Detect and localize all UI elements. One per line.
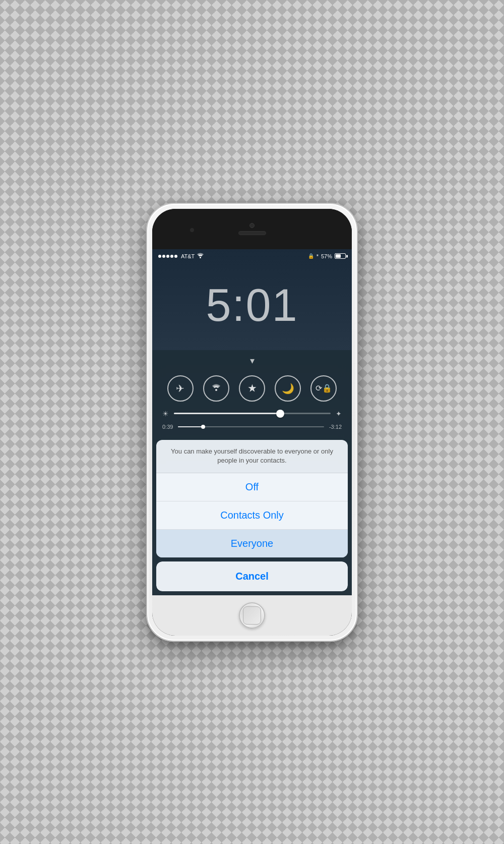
status-left: AT&T [158,253,204,260]
battery-icon [335,253,346,259]
top-bezel [152,209,352,249]
bluetooth-icon: ★ [248,383,256,394]
action-sheet-content: You can make yourself discoverable to ev… [156,440,348,557]
signal-dot-1 [158,255,161,258]
media-progress-thumb[interactable] [201,425,205,429]
phone-wrapper: AT&T 🔒 * 57% [131,170,373,674]
signal-dot-5 [174,255,177,258]
power-button[interactable] [357,302,358,335]
mute-button[interactable] [146,285,147,302]
cc-arrow-icon: ▾ [250,355,255,366]
wifi-icon [211,382,222,394]
cc-handle[interactable]: ▾ [152,350,352,371]
bluetooth-toggle-button[interactable]: ★ [239,375,265,402]
action-sheet-item-off[interactable]: Off [156,473,348,501]
control-center: ▾ ✈ [152,350,352,595]
media-progress-track[interactable] [178,426,324,427]
lock-time: 5:01 [152,279,352,331]
lock-icon: 🔒 [308,253,314,259]
volume-up-button[interactable] [146,310,147,337]
brightness-high-icon: ✦ [336,410,342,418]
brightness-slider-fill [174,413,280,414]
media-elapsed-time: 0:39 [162,424,173,430]
cancel-button[interactable]: Cancel [156,561,348,591]
signal-dot-2 [162,255,165,258]
airplane-mode-button[interactable]: ✈ [167,375,194,402]
brightness-low-icon: ☀ [162,410,169,418]
moon-icon: 🌙 [282,382,294,395]
wifi-toggle-button[interactable] [203,375,229,402]
signal-dot-3 [166,255,169,258]
wifi-status-icon [197,253,204,260]
rotation-lock-icon: ⟳🔒 [316,383,332,393]
battery-fill [336,254,341,258]
media-progress-fill [178,426,203,427]
action-sheet-cancel-container: Cancel [156,561,348,591]
front-camera [249,223,255,228]
status-bar: AT&T 🔒 * 57% [152,249,352,263]
home-button[interactable] [239,602,265,629]
brightness-slider-thumb[interactable] [276,410,284,418]
screen: AT&T 🔒 * 57% [152,249,352,595]
carrier-label: AT&T [181,253,195,259]
do-not-disturb-button[interactable]: 🌙 [275,375,301,402]
svg-point-1 [215,389,217,391]
phone-screen: AT&T 🔒 * 57% [152,209,352,636]
action-sheet-message: You can make yourself discoverable to ev… [156,440,348,473]
media-progress-row: 0:39 -3:12 [152,422,352,432]
svg-point-0 [200,257,201,258]
home-button-inner [243,606,261,625]
brightness-slider-row: ☀ ✦ [152,406,352,422]
signal-dot-4 [170,255,173,258]
battery-percentage: 57% [321,253,332,259]
earpiece-speaker [238,231,266,235]
signal-strength [158,255,177,258]
action-sheet-item-contacts-only[interactable]: Contacts Only [156,501,348,530]
control-buttons-row: ✈ [152,371,352,406]
sensor [190,228,194,232]
status-right: 🔒 * 57% [308,253,346,259]
bottom-bezel [152,595,352,636]
action-sheet-item-everyone[interactable]: Everyone [156,530,348,557]
media-remaining-time: -3:12 [329,424,342,430]
bluetooth-status-icon: * [317,253,319,259]
rotation-lock-button[interactable]: ⟳🔒 [310,375,337,402]
phone-frame: AT&T 🔒 * 57% [146,203,358,642]
action-sheet: You can make yourself discoverable to ev… [152,440,352,595]
brightness-slider-track[interactable] [174,413,331,414]
volume-down-button[interactable] [146,343,147,370]
airplane-icon: ✈ [176,382,184,395]
